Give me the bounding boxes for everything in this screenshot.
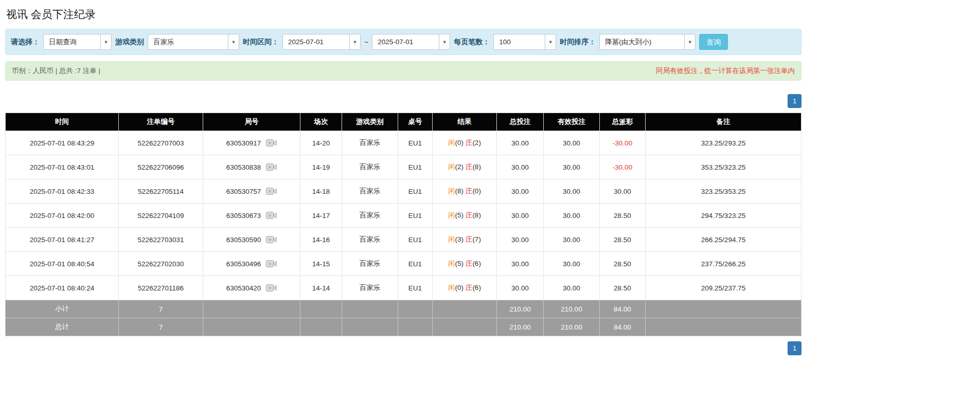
player-result-value: (0) bbox=[455, 139, 464, 147]
cell-result: 闲(5) 庄(6) bbox=[433, 252, 497, 276]
cell-bet-id: 522622707003 bbox=[119, 131, 203, 155]
game-type-select[interactable]: 百家乐 ▼ bbox=[148, 34, 239, 50]
cell-table-no: EU1 bbox=[398, 179, 433, 204]
cell-remark: 323.25/353.25 bbox=[646, 179, 801, 204]
cell-remark: 209.25/237.75 bbox=[646, 276, 801, 300]
cell-valid-bet: 30.00 bbox=[544, 276, 600, 300]
per-page-select[interactable]: 100 ▼ bbox=[493, 34, 556, 50]
sort-order-select[interactable]: 降冪(由大到小) ▼ bbox=[599, 34, 696, 50]
cell-session: 14-17 bbox=[300, 204, 342, 228]
cell-time: 2025-07-01 08:41:27 bbox=[6, 228, 119, 252]
grand-total-total-bet: 210.00 bbox=[497, 318, 544, 336]
banker-result-value: (0) bbox=[472, 187, 481, 195]
col-round-id: 局号 bbox=[203, 113, 300, 131]
col-time: 时间 bbox=[6, 113, 119, 131]
cell-session: 14-18 bbox=[300, 179, 342, 204]
replay-video-icon[interactable] bbox=[266, 211, 277, 220]
table-row: 2025-07-01 08:42:33 522622705114 6305307… bbox=[6, 179, 801, 204]
col-valid-bet: 有效投注 bbox=[544, 113, 600, 131]
cell-total-bet[interactable]: 30.00 bbox=[497, 228, 544, 252]
banker-result-value: (6) bbox=[472, 284, 481, 291]
player-result-label: 闲 bbox=[448, 211, 455, 219]
cell-total-bet[interactable]: 30.00 bbox=[497, 179, 544, 204]
round-id-text: 630530496 bbox=[226, 260, 261, 268]
banker-result-label: 庄 bbox=[466, 163, 473, 171]
chevron-down-icon: ▼ bbox=[684, 34, 695, 49]
cell-payout: 30.00 bbox=[600, 179, 646, 204]
cell-round-id: 630530673 bbox=[203, 204, 300, 228]
col-total-bet: 总投注 bbox=[497, 113, 544, 131]
sort-order-label: 时间排序： bbox=[560, 38, 596, 47]
cell-time: 2025-07-01 08:40:24 bbox=[6, 276, 119, 300]
summary-bar: 币别：人民币 | 总共 :7 注单 | 同局有效投注，统一计算在该局第一张注单内 bbox=[5, 61, 801, 81]
query-type-label: 请选择： bbox=[11, 38, 40, 47]
col-game-type: 游戏类别 bbox=[342, 113, 398, 131]
subtotal-row: 小计 7 210.00 210.00 84.00 bbox=[6, 300, 801, 318]
chevron-down-icon: ▼ bbox=[228, 34, 239, 49]
cell-table-no: EU1 bbox=[398, 252, 433, 276]
cell-game-type: 百家乐 bbox=[342, 228, 398, 252]
cell-session: 14-19 bbox=[300, 155, 342, 179]
cell-total-bet[interactable]: 30.00 bbox=[497, 252, 544, 276]
cell-table-no: EU1 bbox=[398, 204, 433, 228]
replay-video-icon[interactable] bbox=[266, 235, 277, 244]
search-button[interactable]: 查询 bbox=[699, 34, 728, 50]
cell-time: 2025-07-01 08:42:33 bbox=[6, 179, 119, 204]
cell-valid-bet: 30.00 bbox=[544, 155, 600, 179]
cell-session: 14-20 bbox=[300, 131, 342, 155]
cell-payout: -30.00 bbox=[600, 131, 646, 155]
cell-total-bet[interactable]: 30.00 bbox=[497, 204, 544, 228]
player-result-label: 闲 bbox=[448, 284, 455, 291]
cell-result: 闲(3) 庄(7) bbox=[433, 228, 497, 252]
per-page-label: 每页笔数： bbox=[454, 38, 490, 47]
replay-video-icon[interactable] bbox=[266, 163, 277, 171]
date-from-select[interactable]: 2025-07-01 ▼ bbox=[282, 34, 361, 50]
page-title: 视讯 会员下注纪录 bbox=[6, 7, 801, 22]
cell-total-bet[interactable]: 30.00 bbox=[497, 155, 544, 179]
replay-video-icon[interactable] bbox=[266, 187, 277, 195]
page-1-button[interactable]: 1 bbox=[788, 94, 801, 108]
cell-valid-bet: 30.00 bbox=[544, 131, 600, 155]
cell-game-type: 百家乐 bbox=[342, 131, 398, 155]
date-to-value: 2025-07-01 bbox=[372, 34, 439, 49]
player-result-value: (0) bbox=[455, 284, 464, 291]
cell-game-type: 百家乐 bbox=[342, 179, 398, 204]
cell-payout: -30.00 bbox=[600, 155, 646, 179]
currency-summary-text: 币别：人民币 | 总共 :7 注单 | bbox=[12, 66, 100, 76]
replay-video-icon[interactable] bbox=[266, 260, 277, 268]
date-from-value: 2025-07-01 bbox=[283, 34, 349, 49]
cell-session: 14-15 bbox=[300, 252, 342, 276]
cell-valid-bet: 30.00 bbox=[544, 179, 600, 204]
query-type-select[interactable]: 日期查询 ▼ bbox=[43, 34, 112, 50]
table-row: 2025-07-01 08:42:00 522622704109 6305306… bbox=[6, 204, 801, 228]
cell-table-no: EU1 bbox=[398, 131, 433, 155]
cell-total-bet[interactable]: 30.00 bbox=[497, 131, 544, 155]
cell-bet-id: 522622705114 bbox=[119, 179, 203, 204]
notice-text: 同局有效投注，统一计算在该局第一张注单内 bbox=[656, 66, 795, 76]
cell-payout: 28.50 bbox=[600, 204, 646, 228]
table-row: 2025-07-01 08:40:54 522622702030 6305304… bbox=[6, 252, 801, 276]
round-id-text: 630530838 bbox=[226, 163, 261, 171]
cell-valid-bet: 30.00 bbox=[544, 252, 600, 276]
table-row: 2025-07-01 08:43:29 522622707003 6305309… bbox=[6, 131, 801, 155]
cell-bet-id: 522622701186 bbox=[119, 276, 203, 300]
replay-video-icon[interactable] bbox=[266, 139, 277, 147]
round-id-text: 630530757 bbox=[226, 188, 261, 195]
cell-table-no: EU1 bbox=[398, 155, 433, 179]
date-to-select[interactable]: 2025-07-01 ▼ bbox=[372, 34, 450, 50]
replay-video-icon[interactable] bbox=[266, 284, 277, 292]
cell-bet-id: 522622702030 bbox=[119, 252, 203, 276]
date-range-separator: ~ bbox=[364, 38, 368, 46]
page-container: 视讯 会员下注纪录 请选择： 日期查询 ▼ 游戏类别 百家乐 ▼ 时间区间： 2… bbox=[5, 7, 801, 355]
cell-payout: 28.50 bbox=[600, 228, 646, 252]
cell-time: 2025-07-01 08:43:01 bbox=[6, 155, 119, 179]
cell-time: 2025-07-01 08:43:29 bbox=[6, 131, 119, 155]
page-1-button[interactable]: 1 bbox=[788, 341, 801, 355]
cell-total-bet[interactable]: 30.00 bbox=[497, 276, 544, 300]
grand-total-count: 7 bbox=[119, 318, 203, 336]
col-payout: 总派彩 bbox=[600, 113, 646, 131]
banker-result-value: (7) bbox=[472, 235, 481, 243]
cell-round-id: 630530496 bbox=[203, 252, 300, 276]
table-row: 2025-07-01 08:41:27 522622703031 6305305… bbox=[6, 228, 801, 252]
player-result-label: 闲 bbox=[448, 163, 455, 171]
